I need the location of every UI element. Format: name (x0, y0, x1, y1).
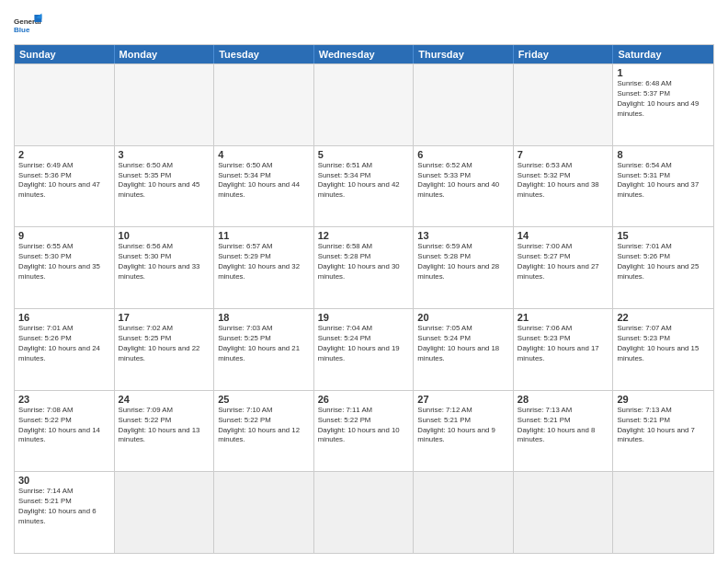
calendar-cell-11: 11Sunrise: 6:57 AMSunset: 5:29 PMDayligh… (214, 227, 314, 308)
day-header-sunday: Sunday (15, 45, 115, 63)
cell-info-21: Sunrise: 7:06 AMSunset: 5:23 PMDaylight:… (518, 324, 609, 364)
cell-info-30: Sunrise: 7:14 AMSunset: 5:21 PMDaylight:… (18, 487, 110, 527)
calendar-cell-3: 3Sunrise: 6:50 AMSunset: 5:35 PMDaylight… (115, 146, 215, 227)
day-header-thursday: Thursday (414, 45, 514, 63)
cell-date-27: 27 (417, 394, 509, 405)
cell-date-6: 6 (417, 149, 509, 160)
calendar-row-3: 16Sunrise: 7:01 AMSunset: 5:26 PMDayligh… (15, 308, 713, 390)
cell-date-5: 5 (318, 149, 410, 160)
cell-info-12: Sunrise: 6:58 AMSunset: 5:28 PMDaylight:… (318, 242, 410, 282)
calendar-cell-16: 16Sunrise: 7:01 AMSunset: 5:26 PMDayligh… (15, 309, 115, 390)
calendar-cell-18: 18Sunrise: 7:03 AMSunset: 5:25 PMDayligh… (214, 309, 314, 390)
cell-date-19: 19 (318, 312, 410, 323)
cell-info-7: Sunrise: 6:53 AMSunset: 5:32 PMDaylight:… (518, 161, 609, 201)
calendar-cell-empty-5-6 (613, 472, 713, 553)
cell-info-10: Sunrise: 6:56 AMSunset: 5:30 PMDaylight:… (119, 242, 210, 282)
calendar-cell-empty-0-2 (214, 64, 314, 145)
cell-info-19: Sunrise: 7:04 AMSunset: 5:24 PMDaylight:… (318, 324, 410, 364)
calendar-cell-10: 10Sunrise: 6:56 AMSunset: 5:30 PMDayligh… (115, 227, 215, 308)
calendar-cell-22: 22Sunrise: 7:07 AMSunset: 5:23 PMDayligh… (613, 309, 713, 390)
cell-info-4: Sunrise: 6:50 AMSunset: 5:34 PMDaylight:… (218, 161, 310, 201)
cell-date-23: 23 (18, 394, 110, 405)
cell-info-22: Sunrise: 7:07 AMSunset: 5:23 PMDaylight:… (617, 324, 710, 364)
cell-info-5: Sunrise: 6:51 AMSunset: 5:34 PMDaylight:… (318, 161, 410, 201)
calendar-cell-empty-0-0 (15, 64, 115, 145)
calendar-cell-15: 15Sunrise: 7:01 AMSunset: 5:26 PMDayligh… (613, 227, 713, 308)
calendar-cell-13: 13Sunrise: 6:59 AMSunset: 5:28 PMDayligh… (414, 227, 514, 308)
calendar-cell-29: 29Sunrise: 7:13 AMSunset: 5:21 PMDayligh… (613, 391, 713, 472)
cell-date-13: 13 (417, 230, 509, 241)
calendar-cell-empty-5-3 (314, 472, 415, 553)
calendar-cell-26: 26Sunrise: 7:11 AMSunset: 5:22 PMDayligh… (314, 391, 415, 472)
day-headers: SundayMondayTuesdayWednesdayThursdayFrid… (15, 45, 713, 63)
day-header-friday: Friday (514, 45, 614, 63)
calendar-cell-4: 4Sunrise: 6:50 AMSunset: 5:34 PMDaylight… (214, 146, 314, 227)
cell-date-21: 21 (518, 312, 609, 323)
calendar-cell-21: 21Sunrise: 7:06 AMSunset: 5:23 PMDayligh… (514, 309, 614, 390)
cell-info-15: Sunrise: 7:01 AMSunset: 5:26 PMDaylight:… (617, 242, 710, 282)
cell-date-1: 1 (617, 67, 710, 78)
cell-date-11: 11 (218, 230, 310, 241)
cell-info-23: Sunrise: 7:08 AMSunset: 5:22 PMDaylight:… (18, 406, 110, 446)
cell-info-17: Sunrise: 7:02 AMSunset: 5:25 PMDaylight:… (119, 324, 210, 364)
cell-info-6: Sunrise: 6:52 AMSunset: 5:33 PMDaylight:… (417, 161, 509, 201)
calendar-cell-empty-5-5 (514, 472, 614, 553)
day-header-tuesday: Tuesday (214, 45, 314, 63)
calendar-cell-7: 7Sunrise: 6:53 AMSunset: 5:32 PMDaylight… (514, 146, 614, 227)
calendar-cell-24: 24Sunrise: 7:09 AMSunset: 5:22 PMDayligh… (115, 391, 215, 472)
calendar-cell-20: 20Sunrise: 7:05 AMSunset: 5:24 PMDayligh… (414, 309, 514, 390)
calendar-cell-9: 9Sunrise: 6:55 AMSunset: 5:30 PMDaylight… (15, 227, 115, 308)
cell-info-9: Sunrise: 6:55 AMSunset: 5:30 PMDaylight:… (18, 242, 110, 282)
cell-date-29: 29 (617, 394, 710, 405)
logo-icon: General Blue (14, 13, 43, 39)
calendar-cell-12: 12Sunrise: 6:58 AMSunset: 5:28 PMDayligh… (314, 227, 415, 308)
calendar-cell-28: 28Sunrise: 7:13 AMSunset: 5:21 PMDayligh… (514, 391, 614, 472)
calendar-cell-14: 14Sunrise: 7:00 AMSunset: 5:27 PMDayligh… (514, 227, 614, 308)
cell-date-24: 24 (119, 394, 210, 405)
cell-date-9: 9 (18, 230, 110, 241)
calendar-row-1: 2Sunrise: 6:49 AMSunset: 5:36 PMDaylight… (15, 145, 713, 227)
cell-date-28: 28 (518, 394, 609, 405)
day-header-monday: Monday (115, 45, 215, 63)
cell-info-18: Sunrise: 7:03 AMSunset: 5:25 PMDaylight:… (218, 324, 310, 364)
cell-info-26: Sunrise: 7:11 AMSunset: 5:22 PMDaylight:… (318, 406, 410, 446)
cell-info-20: Sunrise: 7:05 AMSunset: 5:24 PMDaylight:… (417, 324, 509, 364)
cell-date-22: 22 (617, 312, 710, 323)
cell-info-29: Sunrise: 7:13 AMSunset: 5:21 PMDaylight:… (617, 406, 710, 446)
calendar-row-2: 9Sunrise: 6:55 AMSunset: 5:30 PMDaylight… (15, 226, 713, 308)
cell-info-16: Sunrise: 7:01 AMSunset: 5:26 PMDaylight:… (18, 324, 110, 364)
header: General Blue (14, 9, 714, 39)
calendar-cell-empty-0-5 (514, 64, 614, 145)
calendar-cell-19: 19Sunrise: 7:04 AMSunset: 5:24 PMDayligh… (314, 309, 415, 390)
cell-date-2: 2 (18, 149, 110, 160)
calendar-cell-8: 8Sunrise: 6:54 AMSunset: 5:31 PMDaylight… (613, 146, 713, 227)
cell-info-25: Sunrise: 7:10 AMSunset: 5:22 PMDaylight:… (218, 406, 310, 446)
calendar-cell-empty-0-3 (314, 64, 415, 145)
cell-date-10: 10 (119, 230, 210, 241)
calendar-cell-27: 27Sunrise: 7:12 AMSunset: 5:21 PMDayligh… (414, 391, 514, 472)
calendar-cell-empty-0-4 (414, 64, 514, 145)
cell-date-18: 18 (218, 312, 310, 323)
calendar-body: 1Sunrise: 6:48 AMSunset: 5:37 PMDaylight… (15, 63, 713, 553)
cell-date-25: 25 (218, 394, 310, 405)
cell-info-1: Sunrise: 6:48 AMSunset: 5:37 PMDaylight:… (617, 79, 710, 120)
cell-info-3: Sunrise: 6:50 AMSunset: 5:35 PMDaylight:… (119, 161, 210, 201)
cell-date-7: 7 (518, 149, 609, 160)
calendar-cell-5: 5Sunrise: 6:51 AMSunset: 5:34 PMDaylight… (314, 146, 415, 227)
cell-info-8: Sunrise: 6:54 AMSunset: 5:31 PMDaylight:… (617, 161, 710, 201)
calendar-cell-17: 17Sunrise: 7:02 AMSunset: 5:25 PMDayligh… (115, 309, 215, 390)
calendar-cell-30: 30Sunrise: 7:14 AMSunset: 5:21 PMDayligh… (15, 472, 115, 553)
cell-info-14: Sunrise: 7:00 AMSunset: 5:27 PMDaylight:… (518, 242, 609, 282)
cell-date-20: 20 (417, 312, 509, 323)
calendar: SundayMondayTuesdayWednesdayThursdayFrid… (14, 44, 714, 554)
cell-info-24: Sunrise: 7:09 AMSunset: 5:22 PMDaylight:… (119, 406, 210, 446)
cell-info-28: Sunrise: 7:13 AMSunset: 5:21 PMDaylight:… (518, 406, 609, 446)
calendar-cell-23: 23Sunrise: 7:08 AMSunset: 5:22 PMDayligh… (15, 391, 115, 472)
calendar-cell-empty-5-2 (214, 472, 314, 553)
calendar-cell-1: 1Sunrise: 6:48 AMSunset: 5:37 PMDaylight… (613, 64, 713, 145)
calendar-row-0: 1Sunrise: 6:48 AMSunset: 5:37 PMDaylight… (15, 63, 713, 145)
calendar-row-5: 30Sunrise: 7:14 AMSunset: 5:21 PMDayligh… (15, 471, 713, 553)
page: General Blue SundayMondayTuesdayWednesda… (0, 0, 728, 563)
cell-date-8: 8 (617, 149, 710, 160)
svg-text:Blue: Blue (14, 26, 30, 34)
